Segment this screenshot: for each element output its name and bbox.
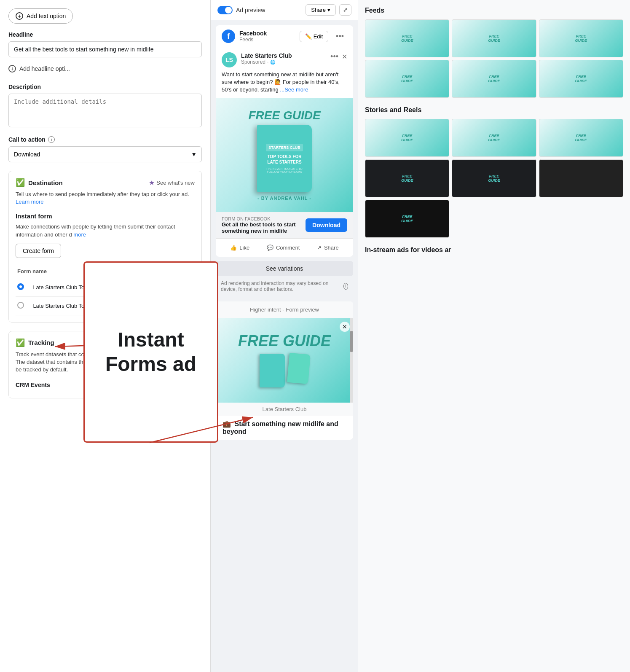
story-thumb-7[interactable]: FREEGUIDE bbox=[365, 200, 449, 238]
story-thumb-text-1: FREEGUIDE bbox=[401, 134, 413, 142]
description-textarea[interactable] bbox=[8, 94, 202, 127]
annotation-box: Instant Forms ad bbox=[83, 261, 218, 443]
cta-label: Call to action i bbox=[8, 136, 202, 143]
book-stack bbox=[238, 354, 331, 387]
form-start-text: 💼 Start something new midlife and beyond bbox=[216, 416, 353, 440]
story-thumb-5[interactable]: FREEGUIDE bbox=[452, 159, 536, 197]
green-check-icon: ✅ bbox=[16, 178, 25, 187]
instream-section: In-stream ads for videos ar bbox=[365, 246, 623, 254]
form-preview-image: ✕ FREE GUIDE bbox=[216, 318, 353, 403]
story-thumb-text-2: FREEGUIDE bbox=[488, 134, 500, 142]
destination-title: ✅ Destination bbox=[16, 178, 63, 187]
briefcase-icon: 💼 bbox=[223, 420, 231, 427]
add-text-option-button[interactable]: + Add text option bbox=[8, 8, 73, 24]
feed-thumb-1[interactable]: FREEGUIDE bbox=[365, 19, 449, 57]
feed-thumb-text-3: FREEGUIDE bbox=[575, 34, 587, 43]
expand-button[interactable]: ⤢ bbox=[339, 4, 351, 16]
info-icon-footer: i bbox=[343, 283, 348, 290]
edit-button[interactable]: ✏️ Edit bbox=[300, 31, 328, 42]
instream-title: In-stream ads for videos ar bbox=[365, 246, 623, 254]
feed-thumb-5[interactable]: FREEGUIDE bbox=[452, 60, 536, 98]
cta-select[interactable]: Download Learn More Sign Up Subscribe bbox=[8, 146, 202, 162]
crm-events-label: CRM Events bbox=[16, 382, 50, 388]
story-thumb-2[interactable]: FREEGUIDE bbox=[452, 119, 536, 157]
feed-thumb-text-2: FREEGUIDE bbox=[488, 34, 500, 43]
ad-more-dots-icon[interactable]: ••• bbox=[330, 52, 338, 61]
story-thumb-text-7: FREEGUIDE bbox=[401, 215, 413, 223]
fb-title: Facebook bbox=[239, 30, 295, 37]
story-thumb-6[interactable] bbox=[539, 159, 623, 197]
right-panel: Feeds FREEGUIDE FREEGUIDE FREEGUIDE FREE… bbox=[358, 0, 630, 672]
plus-icon: + bbox=[16, 12, 23, 20]
book-mini bbox=[260, 354, 285, 387]
like-icon: 👍 bbox=[230, 245, 237, 251]
ad-page-details: Late Starters Club Sponsored · 🌐 bbox=[241, 52, 292, 67]
comment-icon: 💬 bbox=[267, 245, 273, 251]
add-headline-button[interactable]: + Add headline opti... bbox=[8, 62, 70, 76]
see-whats-new-button[interactable]: ★ See what's new bbox=[149, 179, 195, 187]
feed-thumb-4[interactable]: FREEGUIDE bbox=[365, 60, 449, 98]
feeds-section: Feeds FREEGUIDE FREEGUIDE FREEGUIDE FREE… bbox=[365, 7, 623, 98]
close-icon[interactable]: ✕ bbox=[342, 53, 347, 61]
more-link[interactable]: more bbox=[73, 231, 86, 238]
higher-intent-label: Higher intent - Form preview bbox=[216, 301, 353, 318]
author-line: - BY ANDREA VAHL - bbox=[248, 196, 320, 201]
annotation-text: Instant Forms ad bbox=[85, 319, 217, 384]
ad-card: LS Late Starters Club Sponsored · 🌐 ••• bbox=[216, 47, 353, 257]
feed-thumb-text-6: FREEGUIDE bbox=[575, 75, 587, 83]
free-guide-book: FREE GUIDE STARTERS CLUB TOP TOOLS FOR L… bbox=[240, 101, 329, 209]
story-thumb-3[interactable]: FREEGUIDE bbox=[539, 119, 623, 157]
see-more-link[interactable]: ...See more bbox=[280, 86, 308, 93]
ad-image: FREE GUIDE STARTERS CLUB TOP TOOLS FOR L… bbox=[216, 98, 353, 212]
download-button[interactable]: Download bbox=[306, 218, 347, 232]
plus-icon-headline: + bbox=[8, 65, 16, 73]
like-button[interactable]: 👍 Like bbox=[225, 242, 255, 253]
feed-thumb-2[interactable]: FREEGUIDE bbox=[452, 19, 536, 57]
comment-button[interactable]: 💬 Comment bbox=[262, 242, 305, 253]
ad-page-info: LS Late Starters Club Sponsored · 🌐 bbox=[222, 52, 292, 67]
star-icon: ★ bbox=[149, 179, 155, 187]
more-dots-icon[interactable]: ••• bbox=[332, 30, 347, 43]
radio-selected-icon[interactable] bbox=[17, 283, 24, 290]
facebook-logo-icon: f bbox=[222, 30, 235, 43]
ad-page-name: Late Starters Club bbox=[241, 52, 292, 59]
form-preview-content: FREE GUIDE bbox=[230, 325, 339, 396]
destination-header: ✅ Destination ★ See what's new bbox=[16, 178, 195, 187]
ad-cta-text: Get all the best tools to start somethin… bbox=[222, 221, 306, 234]
scrollbar bbox=[350, 318, 353, 403]
add-headline-label: Add headline opti... bbox=[19, 65, 70, 72]
share-button[interactable]: Share ▾ bbox=[306, 4, 336, 16]
story-thumb-1[interactable]: FREEGUIDE bbox=[365, 119, 449, 157]
feeds-title: Feeds bbox=[365, 7, 623, 14]
ad-avatar: LS bbox=[222, 52, 237, 67]
learn-more-link[interactable]: Learn more bbox=[16, 199, 43, 205]
scrollbar-thumb bbox=[350, 331, 353, 352]
ad-card-header: LS Late Starters Club Sponsored · 🌐 ••• bbox=[216, 47, 353, 71]
stories-title: Stories and Reels bbox=[365, 106, 623, 114]
ad-actions: 👍 Like 💬 Comment ↗ Share bbox=[216, 238, 353, 257]
stories-grid: FREEGUIDE FREEGUIDE FREEGUIDE FREEGUIDE … bbox=[365, 119, 623, 238]
form-free-guide-title: FREE GUIDE bbox=[238, 333, 331, 349]
form-preview-close-button[interactable]: ✕ bbox=[340, 322, 350, 332]
center-panel: Ad preview Share ▾ ⤢ f Facebook Feeds ✏️… bbox=[211, 0, 358, 672]
feed-thumb-3[interactable]: FREEGUIDE bbox=[539, 19, 623, 57]
toggle-knob bbox=[225, 7, 232, 13]
feed-thumb-6[interactable]: FREEGUIDE bbox=[539, 60, 623, 98]
feed-thumb-text-5: FREEGUIDE bbox=[488, 75, 500, 83]
ad-preview-header: Ad preview Share ▾ ⤢ bbox=[211, 0, 358, 20]
info-icon: i bbox=[48, 136, 55, 143]
fb-feeds-label: Feeds bbox=[239, 37, 295, 43]
story-thumb-4[interactable]: FREEGUIDE bbox=[365, 159, 449, 197]
ad-card-actions: ••• ✕ bbox=[330, 52, 347, 61]
story-thumb-text-4: FREEGUIDE bbox=[401, 174, 413, 183]
see-variations-button[interactable]: See variations bbox=[216, 261, 353, 276]
create-form-button[interactable]: Create form bbox=[16, 244, 61, 258]
headline-label: Headline bbox=[8, 31, 202, 38]
ad-preview-toggle[interactable] bbox=[217, 6, 233, 14]
radio-unselected-icon[interactable] bbox=[17, 302, 24, 309]
fb-preview-container: f Facebook Feeds ✏️ Edit ••• LS Lat bbox=[211, 20, 358, 445]
free-guide-title: FREE GUIDE bbox=[248, 110, 320, 121]
share-action-button[interactable]: ↗ Share bbox=[312, 242, 344, 253]
instant-form-desc: Make connections with people by letting … bbox=[16, 223, 195, 238]
headline-input[interactable] bbox=[8, 41, 202, 57]
